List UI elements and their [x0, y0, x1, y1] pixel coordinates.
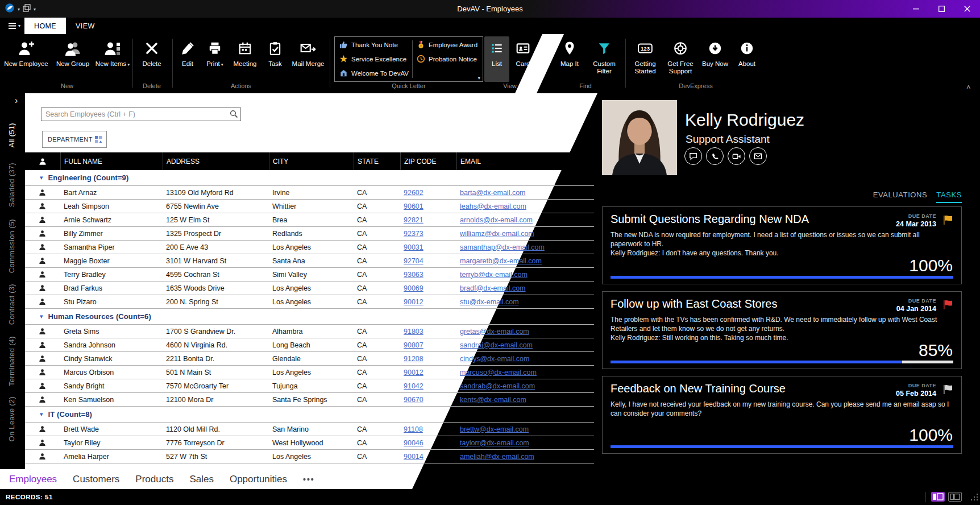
employee-row[interactable]: Brett Wade1120 Old Mill Rd.San MarinoCA9… — [25, 423, 594, 436]
sidebar-expand-icon[interactable]: › — [15, 96, 18, 106]
module-tab-customers[interactable]: Customers — [73, 474, 119, 485]
delete-button[interactable]: Delete — [136, 36, 168, 82]
employee-row[interactable]: Sandra Johnson4600 N Virginia Rd.Long Be… — [25, 338, 594, 352]
video-call-button[interactable] — [728, 147, 745, 165]
zip-link[interactable]: 90807 — [404, 341, 423, 349]
zip-link[interactable]: 92373 — [404, 230, 423, 238]
zip-link[interactable]: 90601 — [404, 202, 423, 210]
email-link[interactable]: gretas@dx-email.com — [460, 328, 529, 336]
employee-row[interactable]: Maggie Boxter3101 W Harvard StSanta AnaC… — [25, 254, 594, 268]
column-header-zip-code[interactable]: ZIP CODE — [400, 152, 456, 170]
employee-row[interactable]: Arnie Schwartz125 W Elm StBreaCA92821arn… — [25, 213, 594, 227]
email-link[interactable]: terryb@dx-email.com — [460, 271, 528, 279]
email-link[interactable]: bradf@dx-email.com — [460, 284, 526, 292]
layout-view-toggle-active-icon[interactable] — [931, 492, 945, 502]
column-header-city[interactable]: CITY — [269, 152, 354, 170]
email-link[interactable]: samanthap@dx-email.com — [460, 243, 545, 251]
about-button[interactable]: About — [733, 36, 761, 82]
call-button[interactable] — [706, 147, 724, 165]
zip-link[interactable]: 90014 — [404, 453, 423, 461]
chat-button[interactable] — [684, 147, 702, 165]
edit-button[interactable]: Edit — [173, 36, 202, 82]
minimize-button[interactable] — [903, 0, 929, 18]
getting-started-button[interactable]: 123 Getting Started — [629, 36, 662, 82]
module-tab-sales[interactable]: Sales — [189, 474, 214, 485]
employee-row[interactable]: Leah Simpson6755 Newlin AveWhittierCA906… — [25, 200, 594, 213]
flag-icon[interactable] — [942, 383, 954, 396]
ribbon-collapse-icon[interactable]: ˄ — [966, 83, 971, 92]
sidebar-filter-item[interactable]: On Leave (2) — [7, 396, 16, 441]
department-group-row[interactable]: ▾Human Resources (Count=6) — [25, 309, 594, 325]
department-group-row[interactable]: ▾IT (Count=8) — [25, 407, 594, 423]
employee-row[interactable]: Ken Samuelson12100 Mora DrSanta Fe Sprin… — [25, 393, 594, 407]
zip-link[interactable]: 90031 — [404, 243, 423, 251]
task-card[interactable]: Follow up with East Coast StoresDUE DATE… — [602, 291, 962, 369]
email-link[interactable]: margaretb@dx-email.com — [460, 257, 542, 265]
employee-row[interactable]: Sandy Bright7570 McGroarty TerTujungaCA9… — [25, 379, 594, 393]
employee-row[interactable]: Billy Zimmer1325 Prospect DrRedlandsCA92… — [25, 227, 594, 241]
employee-row[interactable]: Amelia Harper527 W 7th StLos AngelesCA90… — [25, 450, 594, 463]
buy-now-button[interactable]: Buy Now — [699, 36, 731, 82]
zip-link[interactable]: 93063 — [404, 271, 423, 279]
layout-view-toggle-icon[interactable] — [948, 492, 962, 502]
email-link[interactable]: brettw@dx-email.com — [460, 425, 529, 433]
view-card-button[interactable]: Card — [510, 36, 535, 82]
ribbon-tab-home[interactable]: HOME — [24, 18, 66, 34]
department-group-row[interactable]: ▾Engineering (Count=9) — [25, 170, 594, 186]
maximize-button[interactable] — [929, 0, 954, 18]
task-card[interactable]: Feedback on New Training CourseDUE DATE0… — [602, 376, 962, 454]
email-link[interactable]: sandrab@dx-email.com — [460, 382, 535, 390]
gallery-more-icon[interactable]: ▾ — [477, 75, 480, 81]
search-input[interactable] — [41, 107, 241, 121]
close-button[interactable] — [954, 0, 980, 18]
quick-letter-service-excellence[interactable]: Service Excellence — [339, 55, 406, 63]
flag-icon[interactable] — [942, 214, 954, 226]
zip-link[interactable]: 92821 — [404, 216, 423, 224]
zip-link[interactable]: 91108 — [404, 425, 423, 433]
quick-letter-employee-award[interactable]: Employee Award — [417, 40, 477, 49]
zip-link[interactable]: 90012 — [404, 369, 423, 376]
zip-link[interactable]: 91042 — [404, 382, 423, 390]
employee-row[interactable]: Terry Bradley4595 Cochran StSimi ValleyC… — [25, 268, 594, 282]
new-employee-button[interactable]: New Employee — [2, 36, 50, 82]
zip-link[interactable]: 90012 — [404, 298, 423, 306]
employee-row[interactable]: Greta Sims1700 S Grandview Dr.AlhambraCA… — [25, 325, 594, 338]
column-header-address[interactable]: ADDRESS — [163, 152, 269, 170]
email-link[interactable]: leahs@dx-email.com — [460, 202, 526, 210]
group-by-department-chip[interactable]: DEPARTMENT — [42, 131, 107, 148]
quick-letter-thank-you-note[interactable]: Thank You Note — [339, 40, 398, 49]
print-button[interactable]: Print▾ — [201, 36, 229, 82]
person-column-icon[interactable] — [25, 152, 60, 170]
collapse-group-icon[interactable]: ▾ — [40, 313, 43, 320]
zip-link[interactable]: 92602 — [404, 189, 423, 197]
module-tab-overflow[interactable]: ••• — [303, 475, 315, 484]
tab-evaluations[interactable]: EVALUATIONS — [873, 191, 928, 203]
tab-tasks[interactable]: TASKS — [936, 191, 962, 203]
resize-grip[interactable] — [970, 492, 979, 504]
email-button[interactable] — [749, 147, 767, 165]
email-link[interactable]: cindys@dx-email.com — [460, 355, 529, 363]
task-button[interactable]: Task — [263, 36, 288, 82]
collapse-group-icon[interactable]: ▾ — [40, 174, 43, 181]
sidebar-filter-item[interactable]: Salaried (37) — [7, 163, 16, 207]
new-group-button[interactable]: New Group — [52, 36, 93, 82]
employee-row[interactable]: Bart Arnaz13109 Old Myford RdIrvineCA926… — [25, 186, 594, 200]
email-link[interactable]: marcuso@dx-email.com — [460, 369, 537, 376]
zip-link[interactable]: 91803 — [404, 328, 423, 336]
sidebar-filter-item[interactable]: All (51) — [7, 123, 16, 148]
column-header-state[interactable]: STATE — [354, 152, 400, 170]
employee-row[interactable]: Brad Farkus1635 Woods DriveLos AngelesCA… — [25, 282, 594, 295]
column-header-email[interactable]: EMAIL — [456, 152, 594, 170]
employee-row[interactable]: Cindy Stanwick2211 Bonita Dr.GlendaleCA9… — [25, 352, 594, 366]
quick-letter-welcome[interactable]: Welcome To DevAV — [339, 69, 409, 77]
ribbon-tab-view[interactable]: VIEW — [66, 18, 105, 34]
new-items-button[interactable]: New Items▾ — [94, 36, 131, 82]
custom-filter-button[interactable]: Custom Filter — [587, 36, 622, 82]
email-link[interactable]: barta@dx-email.com — [460, 189, 526, 197]
task-card[interactable]: Submit Questions Regarding New NDADUE DA… — [602, 206, 962, 284]
search-icon[interactable] — [230, 110, 238, 121]
module-tab-opportunities[interactable]: Opportunities — [230, 474, 287, 485]
zip-link[interactable]: 90670 — [404, 396, 423, 404]
email-link[interactable]: kents@dx-email.com — [460, 396, 526, 404]
email-link[interactable]: williamz@dx-email.com — [460, 230, 534, 238]
